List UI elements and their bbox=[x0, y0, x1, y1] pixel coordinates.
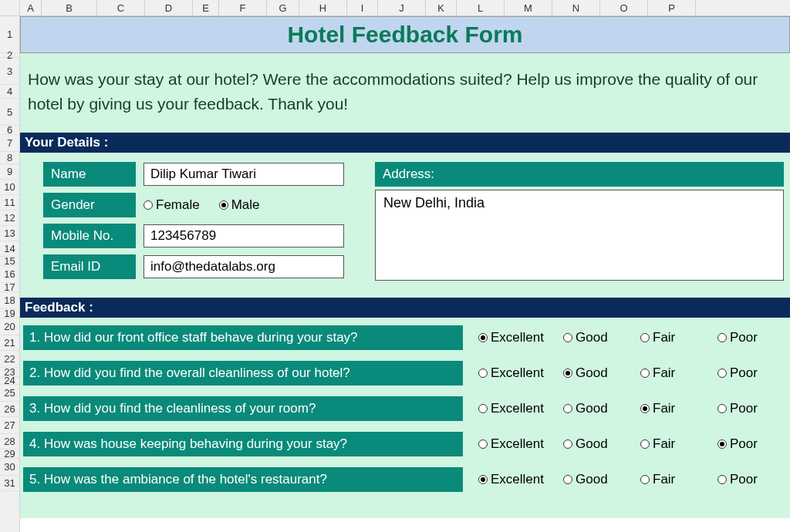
row-header-24[interactable]: 24 bbox=[0, 377, 19, 385]
q1-excellent-radio[interactable]: Excellent bbox=[478, 330, 563, 345]
column-header-E[interactable]: E bbox=[193, 0, 219, 15]
column-header-B[interactable]: B bbox=[42, 0, 97, 15]
column-header-O[interactable]: O bbox=[600, 0, 648, 15]
email-input[interactable] bbox=[143, 255, 344, 278]
question-3-text: 3. How did you find the cleanliness of y… bbox=[23, 396, 463, 421]
q2-poor-radio[interactable]: Poor bbox=[717, 365, 779, 381]
section-header-feedback: Feedback : bbox=[20, 298, 790, 318]
form-title-bar: Hotel Feedback Form bbox=[20, 16, 790, 53]
q1-poor-radio[interactable]: Poor bbox=[717, 330, 779, 345]
question-4-options: ExcellentGoodFairPoor bbox=[463, 436, 782, 452]
feedback-row-3: 3. How did you find the cleanliness of y… bbox=[20, 396, 790, 421]
row-header-26[interactable]: 26 bbox=[0, 402, 19, 417]
row-header-20[interactable]: 20 bbox=[0, 318, 19, 335]
q4-good-radio[interactable]: Good bbox=[563, 436, 640, 452]
question-4-text: 4. How was house keeping behaving during… bbox=[23, 432, 463, 456]
gender-female-radio[interactable]: Female bbox=[143, 197, 200, 213]
q3-poor-radio[interactable]: Poor bbox=[717, 401, 779, 416]
question-5-options: ExcellentGoodFairPoor bbox=[463, 472, 782, 487]
q5-excellent-radio[interactable]: Excellent bbox=[478, 472, 563, 487]
row-header-6[interactable]: 6 bbox=[0, 126, 19, 135]
q4-excellent-radio[interactable]: Excellent bbox=[478, 436, 563, 452]
row-header-8[interactable]: 8 bbox=[0, 152, 19, 164]
row-header-28[interactable]: 28 bbox=[0, 434, 19, 450]
feedback-row-2: 2. How did you find the overall cleanlin… bbox=[20, 361, 790, 386]
gender-male-label: Male bbox=[231, 197, 260, 213]
feedback-row-1: 1. How did our front office staff behave… bbox=[20, 325, 790, 350]
q3-fair-radio[interactable]: Fair bbox=[640, 401, 717, 416]
intro-text: How was your stay at our hotel? Were the… bbox=[20, 53, 790, 133]
q4-poor-radio[interactable]: Poor bbox=[717, 436, 779, 452]
question-3-options: ExcellentGoodFairPoor bbox=[463, 401, 782, 416]
section-header-details: Your Details : bbox=[20, 133, 790, 153]
question-1-options: ExcellentGoodFairPoor bbox=[463, 330, 782, 345]
column-header-J[interactable]: J bbox=[378, 0, 426, 15]
address-input[interactable]: New Delhi, India bbox=[375, 190, 784, 281]
address-value: New Delhi, India bbox=[383, 195, 484, 210]
row-header-25[interactable]: 25 bbox=[0, 385, 19, 402]
q2-excellent-radio[interactable]: Excellent bbox=[478, 365, 563, 381]
mobile-input[interactable] bbox=[143, 224, 344, 247]
row-header-3[interactable]: 3 bbox=[0, 58, 19, 85]
column-header-F[interactable]: F bbox=[219, 0, 267, 15]
column-header-N[interactable]: N bbox=[552, 0, 600, 15]
worksheet: Hotel Feedback Form How was your stay at… bbox=[20, 16, 790, 532]
row-header-15[interactable]: 15 bbox=[0, 257, 19, 266]
row-header-27[interactable]: 27 bbox=[0, 417, 19, 434]
q5-fair-radio[interactable]: Fair bbox=[640, 472, 717, 487]
column-header-K[interactable]: K bbox=[426, 0, 457, 15]
feedback-row-5: 5. How was the ambiance of the hotel's r… bbox=[20, 467, 790, 492]
select-all-corner[interactable] bbox=[0, 0, 20, 15]
row-header-12[interactable]: 12 bbox=[0, 210, 19, 226]
q3-good-radio[interactable]: Good bbox=[563, 401, 640, 416]
address-label: Address: bbox=[375, 162, 784, 187]
row-header-7[interactable]: 7 bbox=[0, 135, 19, 152]
column-header-A[interactable]: A bbox=[20, 0, 42, 15]
q5-poor-radio[interactable]: Poor bbox=[717, 472, 779, 487]
row-header-30[interactable]: 30 bbox=[0, 459, 19, 476]
column-header-P[interactable]: P bbox=[648, 0, 696, 15]
row-header-5[interactable]: 5 bbox=[0, 99, 19, 126]
row-headers: 1234567891011121314151617181920212223242… bbox=[0, 16, 20, 532]
gender-label: Gender bbox=[43, 193, 136, 217]
q4-fair-radio[interactable]: Fair bbox=[640, 436, 717, 452]
row-header-18[interactable]: 18 bbox=[0, 292, 19, 309]
question-2-text: 2. How did you find the overall cleanlin… bbox=[23, 361, 463, 386]
row-header-19[interactable]: 19 bbox=[0, 309, 19, 318]
column-header-L[interactable]: L bbox=[457, 0, 505, 15]
row-header-29[interactable]: 29 bbox=[0, 450, 19, 459]
row-header-16[interactable]: 16 bbox=[0, 266, 19, 283]
column-header-D[interactable]: D bbox=[145, 0, 193, 15]
q1-good-radio[interactable]: Good bbox=[563, 330, 640, 345]
row-header-11[interactable]: 11 bbox=[0, 195, 19, 210]
name-label: Name bbox=[43, 162, 136, 187]
row-header-4[interactable]: 4 bbox=[0, 85, 19, 99]
row-header-9[interactable]: 9 bbox=[0, 164, 19, 180]
email-label: Email ID bbox=[43, 254, 136, 279]
column-header-I[interactable]: I bbox=[347, 0, 378, 15]
q1-fair-radio[interactable]: Fair bbox=[640, 330, 717, 345]
column-header-G[interactable]: G bbox=[267, 0, 299, 15]
feedback-row-4: 4. How was house keeping behaving during… bbox=[20, 432, 790, 456]
row-header-14[interactable]: 14 bbox=[0, 241, 19, 257]
name-input[interactable] bbox=[143, 163, 344, 186]
mobile-label: Mobile No. bbox=[43, 224, 136, 248]
row-header-21[interactable]: 21 bbox=[0, 335, 19, 351]
column-header-M[interactable]: M bbox=[505, 0, 552, 15]
row-header-1[interactable]: 1 bbox=[0, 16, 19, 53]
q5-good-radio[interactable]: Good bbox=[563, 472, 640, 487]
row-header-13[interactable]: 13 bbox=[0, 226, 19, 241]
row-header-10[interactable]: 10 bbox=[0, 180, 19, 195]
row-header-31[interactable]: 31 bbox=[0, 476, 19, 491]
column-header-H[interactable]: H bbox=[299, 0, 347, 15]
question-5-text: 5. How was the ambiance of the hotel's r… bbox=[23, 467, 463, 492]
q2-good-radio[interactable]: Good bbox=[563, 365, 640, 381]
details-section: Name Gender Female Male bbox=[20, 153, 790, 298]
q2-fair-radio[interactable]: Fair bbox=[640, 365, 717, 381]
column-header-C[interactable]: C bbox=[97, 0, 145, 15]
q3-excellent-radio[interactable]: Excellent bbox=[478, 401, 563, 416]
question-1-text: 1. How did our front office staff behave… bbox=[23, 325, 463, 350]
row-header-22[interactable]: 22 bbox=[0, 351, 19, 368]
gender-male-radio[interactable]: Male bbox=[219, 197, 260, 213]
row-header-17[interactable]: 17 bbox=[0, 283, 19, 292]
